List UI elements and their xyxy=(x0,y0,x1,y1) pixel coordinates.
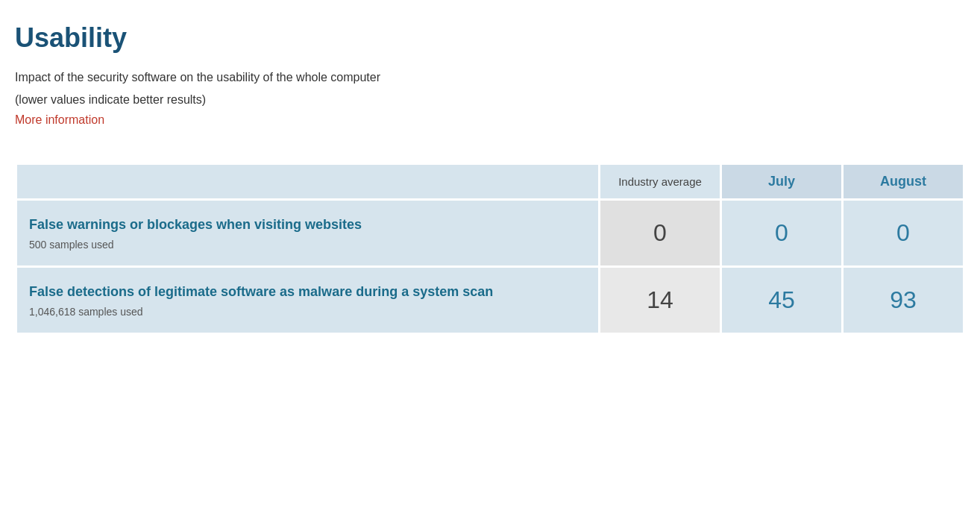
header-empty xyxy=(17,165,598,198)
description-line2: (lower values indicate better results) xyxy=(15,91,965,109)
row-title: False detections of legitimate software … xyxy=(29,283,586,301)
header-industry-average: Industry average xyxy=(600,165,720,198)
row-july-value: 0 xyxy=(722,201,841,265)
row-subtitle: 500 samples used xyxy=(29,239,586,251)
page-title: Usability xyxy=(15,22,965,54)
table-header-row: Industry average July August xyxy=(17,165,963,198)
table-row: False warnings or blockages when visitin… xyxy=(17,201,963,265)
header-july: July xyxy=(722,165,841,198)
row-july-value: 45 xyxy=(722,268,841,333)
row-label-cell: False warnings or blockages when visitin… xyxy=(17,201,598,265)
row-august-value: 0 xyxy=(844,201,963,265)
table-row: False detections of legitimate software … xyxy=(17,268,963,333)
page-container: Usability Impact of the security softwar… xyxy=(0,0,980,350)
row-title: False warnings or blockages when visitin… xyxy=(29,216,586,234)
header-august: August xyxy=(844,165,963,198)
row-label-cell: False detections of legitimate software … xyxy=(17,268,598,333)
row-industry-value: 0 xyxy=(600,201,720,265)
row-august-value: 93 xyxy=(844,268,963,333)
description-line1: Impact of the security software on the u… xyxy=(15,69,965,87)
row-industry-value: 14 xyxy=(600,268,720,333)
more-info-link[interactable]: More information xyxy=(15,113,104,127)
row-subtitle: 1,046,618 samples used xyxy=(29,306,586,318)
usability-table: Industry average July August False warni… xyxy=(15,163,965,335)
data-table-wrapper: Industry average July August False warni… xyxy=(15,163,965,335)
table-body: False warnings or blockages when visitin… xyxy=(17,201,963,333)
